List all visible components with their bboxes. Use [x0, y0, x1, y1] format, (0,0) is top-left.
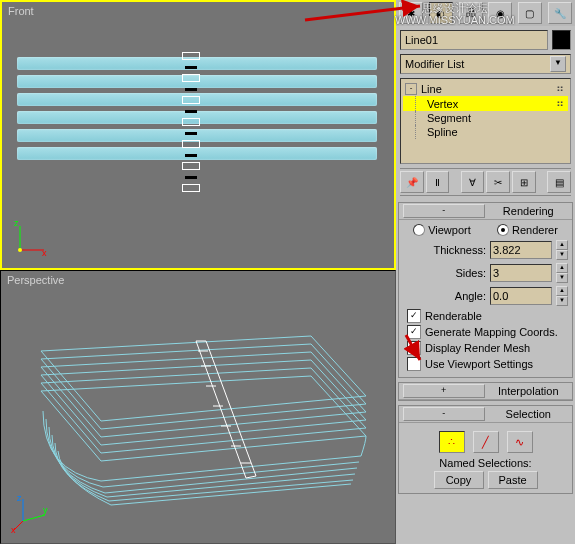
pin-stack-button[interactable]: 📌: [400, 171, 424, 193]
interpolation-rollout-header[interactable]: + Interpolation: [399, 383, 572, 400]
sides-label: Sides:: [455, 267, 486, 279]
stack-item-segment[interactable]: Segment: [403, 111, 568, 125]
segment-subobject-button[interactable]: ╱: [473, 431, 499, 453]
svg-point-4: [18, 248, 22, 252]
viewport-settings-label: Use Viewport Settings: [425, 358, 533, 370]
viewport-radio-label: Viewport: [428, 224, 471, 236]
spline-subobject-button[interactable]: ∿: [507, 431, 533, 453]
paste-selection-button[interactable]: Paste: [488, 471, 538, 489]
vertex-subobject-button[interactable]: ∴: [439, 431, 465, 453]
spinner-down[interactable]: ▼: [556, 250, 568, 260]
rollout-toggle-icon: -: [403, 204, 485, 218]
thickness-input[interactable]: [490, 241, 552, 259]
renderable-label: Renderable: [425, 310, 482, 322]
svg-text:z: z: [17, 493, 22, 503]
display-mesh-checkbox[interactable]: ✓: [407, 341, 421, 355]
rendering-rollout: - Rendering Viewport Renderer Thickness:: [398, 202, 573, 378]
layout-button[interactable]: ▤: [547, 171, 571, 193]
interpolation-rollout: + Interpolation: [398, 382, 573, 401]
named-selections-label: Named Selections:: [403, 457, 568, 469]
renderer-radio-label: Renderer: [512, 224, 558, 236]
segment-icon: ╱: [482, 436, 489, 449]
viewport-label-front: Front: [8, 5, 34, 17]
mapping-label: Generate Mapping Coords.: [425, 326, 558, 338]
command-panel: ✱ ◐ 品 ◉ ▢ 🔧 Modifier List ▼ - Line ⠶ Ve: [396, 0, 575, 544]
dropdown-arrow-icon: ▼: [550, 56, 566, 72]
spline-icon: ∿: [515, 436, 524, 449]
rendering-rollout-header[interactable]: - Rendering: [399, 203, 572, 220]
svg-text:y: y: [43, 505, 48, 515]
configure-sets-button[interactable]: ⊞: [512, 171, 536, 193]
display-mesh-label: Display Render Mesh: [425, 342, 530, 354]
angle-input[interactable]: [490, 287, 552, 305]
viewport-perspective[interactable]: Perspective: [0, 270, 396, 544]
renderer-radio[interactable]: [497, 224, 509, 236]
stack-item-spline[interactable]: Spline: [403, 125, 568, 139]
svg-text:z: z: [14, 218, 19, 228]
viewport-radio[interactable]: [413, 224, 425, 236]
show-end-result-button[interactable]: Ⅱ: [426, 171, 450, 193]
object-name-input[interactable]: [400, 30, 548, 50]
selection-rollout-header[interactable]: - Selection: [399, 406, 572, 423]
thickness-label: Thickness:: [433, 244, 486, 256]
make-unique-button[interactable]: ∀: [461, 171, 485, 193]
tab-display[interactable]: ▢: [518, 2, 542, 24]
renderable-checkbox[interactable]: ✓: [407, 309, 421, 323]
stack-root[interactable]: - Line ⠶: [403, 81, 568, 96]
svg-text:x: x: [11, 525, 16, 533]
axis-gizmo-persp: z y x: [11, 493, 51, 533]
modifier-list-dropdown[interactable]: Modifier List ▼: [400, 54, 571, 74]
selection-rollout: - Selection ∴ ╱ ∿ Named Selections: Copy…: [398, 405, 573, 494]
modifier-list-label: Modifier List: [405, 58, 464, 70]
stack-dots-icon: ⠶: [556, 82, 566, 95]
stack-toolbar: 📌 Ⅱ ∀ ✂ ⊞ ▤: [400, 168, 571, 196]
bench-wireframe: [31, 311, 371, 511]
angle-label: Angle:: [455, 290, 486, 302]
sides-input[interactable]: [490, 264, 552, 282]
spinner-up[interactable]: ▲: [556, 240, 568, 250]
viewport-front[interactable]: Front z x: [0, 0, 396, 270]
chain-strap-front: [182, 52, 200, 192]
axis-gizmo-front: z x: [12, 218, 52, 258]
stack-root-label: Line: [421, 83, 442, 95]
watermark: 思缘设计论坛 WWW.MISSYUAN.COM: [395, 2, 515, 26]
copy-selection-button[interactable]: Copy: [434, 471, 484, 489]
stack-item-vertex[interactable]: Vertex ⠶: [403, 96, 568, 111]
viewport-label-perspective: Perspective: [7, 274, 64, 286]
tab-utilities[interactable]: 🔧: [548, 2, 572, 24]
svg-line-14: [23, 515, 45, 521]
object-color-swatch[interactable]: [552, 30, 571, 50]
viewport-settings-checkbox[interactable]: [407, 357, 421, 371]
svg-text:x: x: [42, 248, 47, 258]
vertex-icon: ∴: [448, 436, 455, 449]
tree-collapse-icon[interactable]: -: [405, 83, 417, 95]
mapping-checkbox[interactable]: ✓: [407, 325, 421, 339]
remove-modifier-button[interactable]: ✂: [486, 171, 510, 193]
modifier-stack[interactable]: - Line ⠶ Vertex ⠶ Segment Spline: [400, 78, 571, 164]
